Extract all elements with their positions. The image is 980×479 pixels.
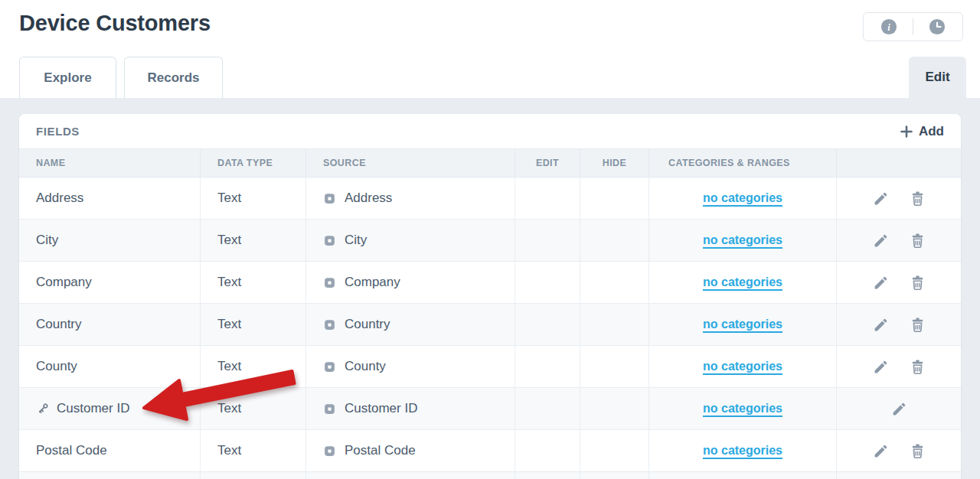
hide-cell [580,304,649,345]
clock-icon[interactable] [929,18,946,35]
source-name: City [345,233,367,248]
field-source-cell: Country [306,304,515,345]
edit-field-button[interactable] [873,359,889,375]
actions-cell [837,304,961,345]
fields-titlebar: FIELDS Add [19,114,961,148]
tab-records[interactable]: Records [124,57,223,98]
svg-text:i: i [887,22,890,33]
delete-field-button[interactable] [910,233,926,249]
actions-cell [837,472,961,479]
field-name-cell [19,472,201,479]
actions-cell [837,220,961,261]
add-field-button[interactable]: Add [900,124,944,139]
actions-cell [837,262,961,303]
source-name: County [345,359,386,374]
add-field-label: Add [919,124,944,139]
delete-field-button[interactable] [910,275,926,291]
table-row: Company Text Company no categories [19,262,961,304]
categories-cell [649,472,837,479]
source-column-icon [323,360,336,373]
field-name-text: County [36,359,77,374]
categories-cell: no categories [649,388,837,429]
source-column-icon [323,318,336,331]
column-header-source: SOURCE [306,149,515,177]
field-name-cell: Address [19,178,201,219]
edit-cell [515,388,580,429]
tab-records-label: Records [147,70,199,86]
key-icon [36,402,50,415]
categories-link[interactable]: no categories [703,318,782,331]
field-data-type: Text [201,178,306,219]
categories-link[interactable]: no categories [703,402,782,415]
tab-edit[interactable]: Edit [909,57,966,98]
categories-cell: no categories [649,220,837,261]
table-header-row: NAME DATA TYPE SOURCE EDIT HIDE CATEGORI… [19,148,961,178]
hide-cell [580,262,649,303]
field-data-type: Text [201,346,306,387]
source-name: Postal Code [345,443,416,458]
source-column-icon [323,276,336,289]
source-column-icon [323,234,336,247]
tab-edit-label: Edit [925,70,949,85]
table-row: County Text County no categories [19,346,961,388]
source-name: Country [345,317,390,332]
categories-cell: no categories [649,304,837,345]
categories-cell: no categories [649,430,837,471]
table-row: Country Text Country no categories [19,304,961,346]
divider [913,18,913,35]
field-name-text: Customer ID [57,401,129,416]
fields-panel: FIELDS Add NAME DATA TYPE SOURCE EDIT HI… [19,114,961,479]
source-column-icon [323,192,336,205]
column-header-actions [837,149,961,177]
field-data-type: Text [201,388,306,429]
delete-field-button[interactable] [910,317,926,333]
table-row [19,472,961,479]
field-source-cell [306,472,515,479]
field-name-cell: Customer ID [19,388,201,429]
tab-explore[interactable]: Explore [19,57,116,98]
field-name-cell: Postal Code [19,430,201,471]
field-source-cell: City [306,220,515,261]
edit-cell [515,346,580,387]
page-title: Device Customers [19,11,211,36]
column-header-hide: HIDE [580,149,649,177]
edit-field-button[interactable] [873,443,889,459]
edit-field-button[interactable] [891,401,907,417]
column-header-categories: CATEGORIES & RANGES [649,149,837,177]
table-row: Customer ID Text Customer ID no categori… [19,388,961,430]
categories-link[interactable]: no categories [703,444,782,458]
categories-cell: no categories [649,178,837,219]
edit-cell [515,472,580,479]
column-header-data-type: DATA TYPE [201,149,306,177]
categories-link[interactable]: no categories [703,275,782,289]
hide-cell [580,472,649,479]
field-data-type: Text [201,262,306,303]
hide-cell [580,346,649,387]
source-column-icon [323,402,336,415]
info-icon[interactable]: i [880,18,897,35]
table-row: City Text City no categories [19,220,961,262]
delete-field-button[interactable] [910,443,926,459]
field-data-type: Text [201,220,306,261]
source-name: Company [345,275,400,290]
field-data-type [201,472,306,479]
source-name: Customer ID [345,401,417,416]
field-source-cell: Company [306,262,515,303]
edit-field-button[interactable] [873,233,889,249]
categories-link[interactable]: no categories [703,360,782,373]
field-name-text: Country [36,317,82,332]
edit-field-button[interactable] [873,317,889,333]
categories-cell: no categories [649,346,837,387]
categories-cell: no categories [649,262,837,303]
view-actions-group: i [863,12,963,41]
field-source-cell: County [306,346,515,387]
edit-field-button[interactable] [873,275,889,291]
categories-link[interactable]: no categories [703,233,782,247]
delete-field-button[interactable] [910,359,926,375]
edit-field-button[interactable] [873,191,889,207]
categories-link[interactable]: no categories [703,191,782,205]
actions-cell [837,388,961,429]
delete-field-button[interactable] [910,191,926,207]
field-name-text: Address [36,191,83,206]
source-name: Address [345,191,392,206]
